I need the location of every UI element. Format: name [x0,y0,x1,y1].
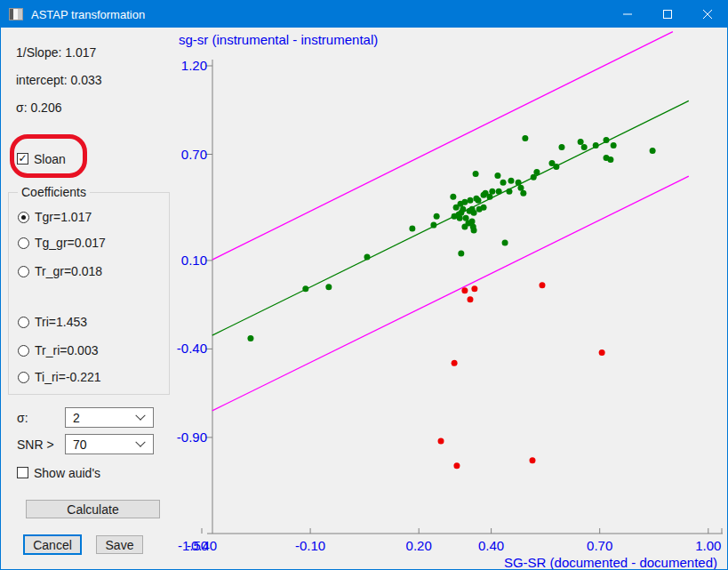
save-button[interactable]: Save [96,535,143,554]
accepted-stars-point [508,178,514,184]
snr-select-value: 70 [66,438,137,452]
minimize-icon [623,10,632,19]
accepted-stars-point [533,169,540,175]
accepted-stars-point [489,189,495,195]
maximize-icon [663,10,672,19]
sigma-select-label: σ: [17,411,28,425]
sigma-select[interactable]: 2 [65,407,154,428]
accepted-stars-point [475,197,481,204]
y-tick-label: 1.20 [181,58,207,73]
chevron-down-icon [135,437,145,446]
maximize-button[interactable] [647,1,687,28]
x-tick-label: -0.10 [295,538,325,553]
window-title: ASTAP transformation [31,8,607,21]
accepted-stars-point [450,194,456,200]
fit-line [212,100,689,335]
rejected-outliers-point [471,285,477,292]
accepted-stars-point [506,189,512,195]
show-auids-checkbox-label: Show auid's [34,466,100,480]
accepted-stars-point [520,190,526,197]
radio-label: Ti_ri=-0.221 [35,370,101,384]
rejected-outliers-point [529,457,535,463]
upper-2sigma-line [212,32,673,261]
radio-label: Tg_gr=0.017 [35,236,106,250]
accepted-stars-point [604,137,610,143]
accepted-stars-point [430,222,436,229]
radio-circle[interactable] [18,266,29,277]
x-tick-label: 0.40 [478,538,504,553]
accepted-stars-point [650,148,656,154]
lower-2sigma-line [212,176,689,411]
radio-option-Tg_gr[interactable]: Tg_gr=0.017 [18,236,106,250]
accepted-stars-point [469,219,476,225]
accepted-stars-point [473,171,479,177]
accepted-stars-point [457,215,463,221]
accepted-stars-point [471,210,477,216]
accepted-stars-point [496,189,502,195]
radio-label: Tr_ri=0.003 [35,343,98,357]
rejected-outliers-point [453,462,460,469]
chevron-down-icon [135,410,145,420]
accepted-stars-point [516,180,522,186]
sigma-value-label: σ: 0.206 [16,100,61,115]
slope-value-label: 1/Slope: 1.017 [16,45,96,60]
accepted-stars-point [409,226,415,232]
sigma-select-value: 2 [66,411,137,425]
accepted-stars-point [458,250,464,256]
show-auids-checkbox[interactable] [17,467,28,478]
accepted-stars-point [607,157,613,163]
radio-circle[interactable] [18,237,29,249]
x-axis-title: SG-SR (documented - documented) [504,555,717,570]
radio-option-Tr_gr[interactable]: Tr_gr=0.018 [18,264,102,278]
calculate-button[interactable]: Calculate [26,500,160,518]
radio-circle[interactable] [18,317,29,328]
chart-title: sg-sr (instrumental - instrumental) [179,32,378,47]
rejected-outliers-point [461,287,468,293]
rejected-outliers-point [539,282,545,288]
y-axis-corner-label: -1.50 [178,538,208,553]
close-icon [703,10,712,19]
accepted-stars-point [481,205,487,211]
radio-label: Tri=1.453 [35,315,87,329]
accepted-stars-point [558,144,564,150]
radio-option-Tr_ri[interactable]: Tr_ri=0.003 [18,343,98,357]
radio-option-Tri[interactable]: Tri=1.453 [18,315,87,329]
x-tick-label: 0.70 [587,538,612,553]
minimize-button[interactable] [607,1,647,28]
radio-label: Tr_gr=0.018 [35,264,102,278]
y-tick-label: 0.10 [181,253,207,268]
radio-circle[interactable] [18,212,29,223]
accepted-stars-point [460,206,466,213]
titlebar: ASTAP transformation [1,1,727,28]
accepted-stars-point [578,139,584,145]
app-icon [9,8,23,20]
accepted-stars-point [553,164,559,170]
accepted-stars-point [467,197,473,204]
y-tick-label: -0.40 [177,341,207,356]
accepted-stars-point [364,253,370,260]
sloan-checkbox[interactable]: ✓ [17,153,28,165]
accepted-stars-point [486,194,492,200]
accepted-stars-point [494,173,500,179]
radio-circle[interactable] [18,372,29,383]
accepted-stars-point [593,142,599,149]
radio-option-Tgr[interactable]: Tgr=1.017 [18,210,92,224]
accepted-stars-point [522,135,528,141]
sloan-checkbox-label: Sloan [34,152,66,166]
accepted-stars-point [302,285,308,292]
radio-circle[interactable] [18,345,29,357]
x-tick-label: 1.00 [695,538,721,553]
radio-option-Ti_ri[interactable]: Ti_ri=-0.221 [18,370,101,384]
snr-select[interactable]: 70 [65,434,154,454]
accepted-stars-point [471,228,477,234]
cancel-button[interactable]: Cancel [23,534,82,555]
x-tick-label: 0.20 [406,538,432,553]
y-tick-label: 0.70 [181,147,207,162]
accepted-stars-point [502,240,508,246]
intercept-value-label: intercept: 0.033 [16,73,102,87]
rejected-outliers-point [467,296,473,302]
coefficients-title: Coefficients [18,185,90,199]
close-button[interactable] [687,1,727,28]
coefficients-groupbox: Coefficients Tgr=1.017Tg_gr=0.017Tr_gr=0… [8,192,170,395]
astap-transformation-window: -0.40-0.100.200.400.701.001.200.700.10-0… [0,0,728,570]
